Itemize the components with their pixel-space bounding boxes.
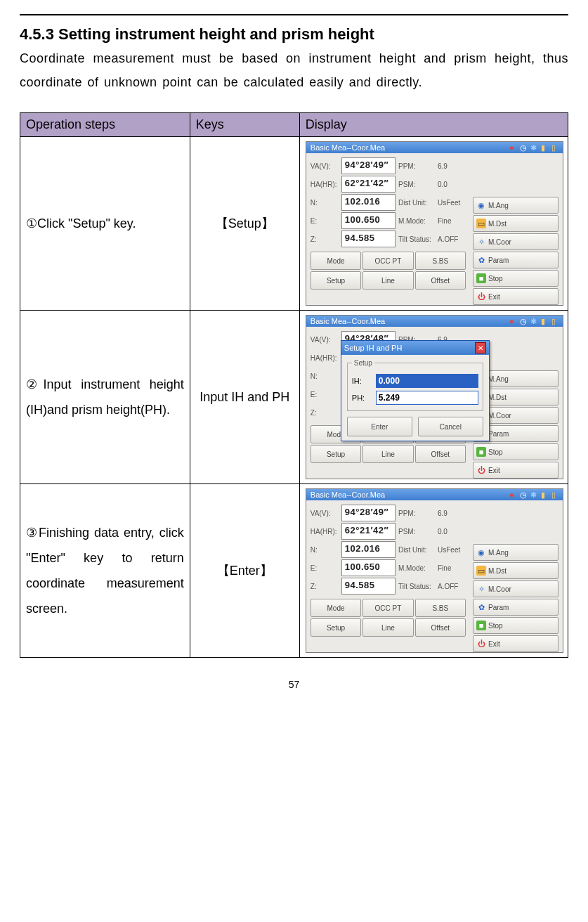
exit-button[interactable]: ⏻Exit [473,462,558,479]
e-label: E: [311,391,339,398]
close-icon[interactable]: ✕ [475,342,486,353]
offset-button[interactable]: Offset [415,445,466,463]
table-row: ①Click "Setup" key. 【Setup】 Basic Mea--C… [20,137,568,311]
param-button[interactable]: ✿Param [473,252,558,268]
param-button[interactable]: ✿Param [473,599,558,616]
mang-button[interactable]: ◉M.Ang [473,544,558,561]
offset-button[interactable]: Offset [415,271,466,290]
psm-label: PSM: [398,528,435,535]
ih-input[interactable] [376,374,478,388]
stop-icon: ■ [476,447,486,457]
mmode-label: M.Mode: [398,564,435,572]
ppm-value: 6.9 [438,509,466,517]
setup-button[interactable]: Setup [311,271,361,290]
step2-op: ②Input instrument height (IH)and prism h… [20,311,190,484]
stop-button[interactable]: ■Stop [473,617,558,634]
z-label: Z: [311,235,339,243]
tilt-value: A.OFF [438,235,466,243]
stop-button[interactable]: ■Stop [473,443,558,460]
mode-button[interactable]: Mode [311,252,361,270]
table-row: ③Finishing data entry, click "Enter" key… [20,484,568,658]
mmode-value: Fine [438,217,466,225]
ppm-value: 6.9 [438,162,466,170]
va-label: VA(V): [311,509,339,517]
step1-op: ①Click "Setup" key. [20,137,190,311]
offset-button[interactable]: Offset [415,618,466,637]
bluetooth-icon: ✱ [530,143,539,152]
line-button[interactable]: Line [362,271,413,290]
dist-label: Dist Unit: [398,546,435,554]
globe-icon: ◉ [476,200,486,210]
sbs-button[interactable]: S.BS [415,252,466,270]
bluetooth-icon: ✱ [530,491,539,499]
occpt-button[interactable]: OCC PT [362,252,413,270]
window-titlebar: Basic Mea--Coor.Mea ● ◷ ✱ ▮ ▯ [306,316,563,327]
z-value: 94.585 [341,230,396,247]
steps-table: Operation steps Keys Display ①Click "Set… [20,112,568,658]
battery-icon: ▯ [551,317,560,325]
screenshot-1: Basic Mea--Coor.Mea ● ◷ ✱ ▮ ▯ VA(V): 94°… [306,141,563,306]
setup-button[interactable]: Setup [311,618,361,637]
va-value: 94°28′49″ [341,505,396,521]
section-title: 4.5.3 Setting instrument height and pris… [20,25,568,44]
ha-label: HA(HR): [311,354,339,362]
mang-button[interactable]: ◉M.Ang [473,197,558,214]
window-titlebar: Basic Mea--Coor.Mea ● ◷ ✱ ▮ ▯ [306,142,563,153]
battery-icon: ▯ [551,143,560,152]
signal-icon: ▮ [541,143,549,152]
mdst-button[interactable]: ▭M.Dst [473,562,558,579]
exit-button[interactable]: ⏻Exit [473,635,558,652]
tray-icon: ● [509,317,518,325]
occpt-button[interactable]: OCC PT [362,599,413,617]
mmode-value: Fine [438,564,466,572]
step2-key: Input IH and PH [190,311,299,484]
tilt-value: A.OFF [438,583,466,590]
va-label: VA(V): [311,336,339,344]
sbs-button[interactable]: S.BS [415,599,466,617]
mdst-button[interactable]: ▭M.Dst [473,215,558,232]
section-intro: Coordinate measurement must be based on … [20,46,568,94]
n-label: N: [311,372,339,380]
col-display: Display [299,113,568,137]
n-value: 102.016 [341,541,396,558]
e-value: 100.650 [341,559,396,576]
ih-label: IH: [352,377,372,385]
system-tray: ● ◷ ✱ ▮ ▯ [509,143,560,152]
ph-label: PH: [352,394,372,402]
dialog-legend: Setup [352,359,374,367]
folder-icon: ▭ [476,566,486,576]
z-label: Z: [311,583,339,590]
screenshot-3: Basic Mea--Coor.Mea ● ◷ ✱ ▮ ▯ VA(V): 94°… [306,488,563,653]
signal-icon: ▮ [541,491,549,499]
signal-icon: ▮ [541,317,549,325]
dist-value: UsFeet [438,546,466,554]
gear-icon: ✿ [476,602,486,612]
mcoor-button[interactable]: ✧M.Coor [473,580,558,597]
enter-button[interactable]: Enter [347,417,412,436]
step3-op: ③Finishing data entry, click "Enter" key… [20,484,190,658]
stop-button[interactable]: ■Stop [473,270,558,287]
e-value: 100.650 [341,212,396,229]
stop-icon: ■ [476,621,486,630]
line-button[interactable]: Line [362,618,413,637]
clock-icon: ◷ [520,317,528,325]
line-button[interactable]: Line [362,445,413,463]
cancel-button[interactable]: Cancel [418,417,483,436]
ph-input[interactable] [376,391,478,405]
window-title: Basic Mea--Coor.Mea [309,491,509,499]
exit-button[interactable]: ⏻Exit [473,288,558,305]
setup-button[interactable]: Setup [311,445,361,463]
gear-icon: ✿ [476,255,486,265]
ha-value: 62°21′42″ [341,523,396,540]
col-ops: Operation steps [20,113,190,137]
ppm-label: PPM: [398,509,435,517]
step3-key: 【Enter】 [190,484,299,658]
mcoor-button[interactable]: ✧M.Coor [473,233,558,250]
folder-icon: ▭ [476,219,486,228]
window-title: Basic Mea--Coor.Mea [309,143,509,152]
bluetooth-icon: ✱ [530,317,539,325]
mode-button[interactable]: Mode [311,599,361,617]
psm-label: PSM: [398,181,435,188]
e-label: E: [311,564,339,572]
tilt-label: Tilt Status: [398,235,435,243]
